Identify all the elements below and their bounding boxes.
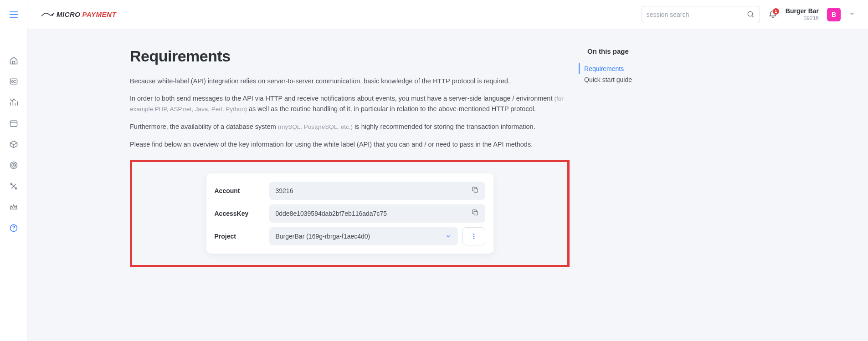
toc-link-requirements[interactable]: Requirements [579,63,670,74]
p2b: as well as the routine handling of it, i… [247,105,536,112]
sidebar-rail [0,29,27,341]
org-info: Burger Bar 39216 [786,7,819,21]
paragraph-3: Furthermore, the availability of a datab… [130,122,570,132]
p2a: In order to both send messages to the AP… [130,95,554,102]
svg-rect-5 [12,61,15,64]
svg-point-10 [10,162,17,169]
main-area: Requirements Because white-label (API) i… [27,29,868,341]
toc-heading: On this page [587,47,670,55]
svg-point-16 [13,230,14,230]
copy-accesskey-button[interactable] [472,209,479,218]
more-vertical-icon [470,233,478,240]
search-input[interactable] [647,11,747,18]
account-field: 39216 [269,182,485,200]
project-value: BurgerBar (169g-rbrga-f1aec4d0) [276,233,370,240]
crown-icon [9,203,18,212]
chevron-down-icon [849,10,855,17]
nav-crown[interactable] [0,198,27,216]
svg-rect-18 [474,212,478,215]
row-account: Account 39216 [215,182,485,200]
svg-point-20 [473,236,474,237]
logo-swoosh-icon [41,10,55,20]
toc-link-quickstart[interactable]: Quick start guide [579,74,670,85]
svg-point-3 [748,11,753,16]
home-icon [9,56,18,65]
paragraph-1: Because white-label (API) integration re… [130,76,570,86]
help-icon [9,224,18,233]
nav-calendar[interactable] [0,115,27,132]
nav-home[interactable] [0,52,27,69]
notification-count: 1 [773,8,779,15]
project-more-button[interactable] [462,227,485,245]
chart-icon [9,98,18,107]
box-icon [9,140,18,149]
p3-muted: (mySQL, PostgreSQL, etc.) [278,123,353,130]
org-name: Burger Bar [786,7,819,15]
svg-point-7 [11,81,13,82]
tools-icon [9,182,18,191]
nav-users[interactable] [0,73,27,90]
users-icon [9,77,18,86]
svg-point-19 [473,234,474,234]
topbar: MICRO PAYMENT 1 Burger Bar 39216 B [0,0,868,29]
svg-rect-8 [10,121,17,127]
notifications-button[interactable]: 1 [768,9,777,20]
sidebar-toggle-button[interactable] [0,0,27,29]
paragraph-4: Please find below an overview of the key… [130,139,570,149]
svg-line-4 [752,15,754,17]
chevron-down-icon [445,233,452,239]
menu-icon [9,11,18,18]
row-accesskey: AccessKey 0dde8e1039594dab2bf7eb116ada7c… [215,204,485,223]
logo-text-payment: PAYMENT [82,10,117,18]
credentials-highlight: Account 39216 AccessKey 0dde8e1039594dab… [130,160,570,267]
accesskey-label: AccessKey [215,210,269,217]
accesskey-value: 0dde8e1039594dab2bf7eb116ada7c75 [276,210,387,217]
nav-packages[interactable] [0,136,27,153]
nav-tools[interactable] [0,178,27,195]
svg-point-12 [13,165,14,166]
copy-account-button[interactable] [472,186,479,195]
svg-point-11 [11,163,15,167]
org-id: 39216 [786,15,819,21]
p3b: is highly recommended for storing the tr… [353,123,535,130]
project-select[interactable]: BurgerBar (169g-rbrga-f1aec4d0) [269,227,458,245]
page-title: Requirements [130,47,570,65]
copy-icon [472,209,479,216]
nav-target[interactable] [0,157,27,174]
accesskey-field: 0dde8e1039594dab2bf7eb116ada7c75 [269,204,485,223]
copy-icon [472,186,479,193]
p3a: Furthermore, the availability of a datab… [130,123,278,130]
logo-text-micro: MICRO [56,10,81,18]
account-value: 39216 [276,187,293,194]
search-icon [747,10,755,19]
paragraph-2: In order to both send messages to the AP… [130,93,570,114]
topbar-right: 1 Burger Bar 39216 B [642,6,868,23]
logo[interactable]: MICRO PAYMENT [41,10,116,20]
article: Requirements Because white-label (API) i… [130,47,570,267]
calendar-icon [9,119,18,128]
avatar[interactable]: B [827,8,841,21]
nav-analytics[interactable] [0,94,27,111]
credentials-card: Account 39216 AccessKey 0dde8e1039594dab… [206,173,493,254]
account-label: Account [215,187,269,194]
row-project: Project BurgerBar (169g-rbrga-f1aec4d0) [215,227,485,245]
target-icon [9,161,18,170]
project-label: Project [215,233,269,240]
nav-help[interactable] [0,219,27,237]
svg-point-21 [473,238,474,239]
on-this-page: On this page Requirements Quick start gu… [579,47,670,267]
account-menu-toggle[interactable] [849,10,855,19]
session-search[interactable] [642,6,760,23]
svg-rect-17 [474,189,478,193]
